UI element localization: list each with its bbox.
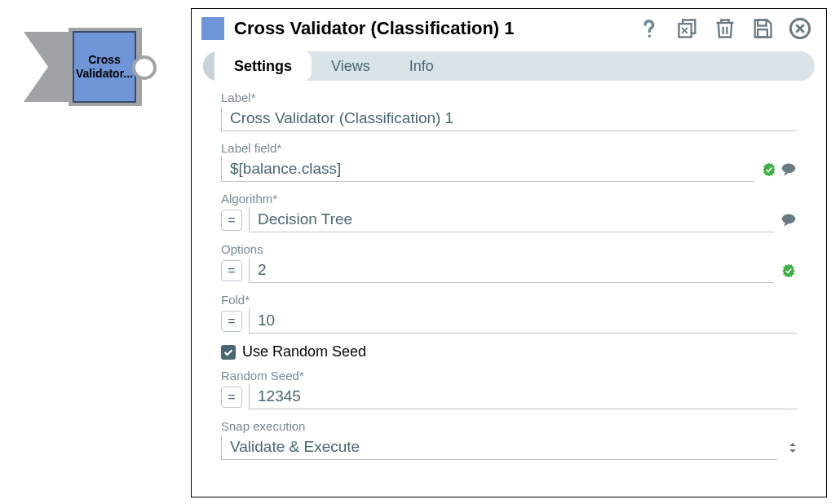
algorithm-input[interactable] (249, 207, 774, 232)
panel-header: Cross Validator (Classification) 1 (192, 9, 826, 48)
delete-icon[interactable] (714, 17, 736, 40)
panel-title: Cross Validator (Classification) 1 (234, 18, 629, 39)
field-label-field: Label field* (221, 141, 797, 182)
help-icon[interactable] (639, 17, 661, 40)
snap-execution-text: Snap execution (221, 419, 797, 433)
snap-node-label-box: Cross Validator... (73, 31, 136, 103)
select-stepper[interactable] (789, 441, 797, 454)
label-text: Label* (221, 91, 797, 104)
field-fold: Fold* = (221, 293, 797, 334)
snap-node-label: Cross Validator... (74, 53, 135, 81)
label-input[interactable] (221, 106, 797, 131)
expression-toggle[interactable]: = (221, 387, 242, 408)
field-snap-execution: Snap execution Validate & Execute (221, 419, 797, 460)
random-seed-text: Random Seed* (221, 369, 797, 382)
valid-icon (780, 263, 797, 279)
suggest-icon[interactable] (780, 161, 797, 178)
close-icon[interactable] (789, 17, 811, 40)
expression-toggle[interactable]: = (221, 260, 242, 281)
fold-input[interactable] (249, 308, 797, 334)
svg-rect-3 (758, 29, 767, 37)
fold-text: Fold* (221, 293, 797, 307)
use-random-seed-label: Use Random Seed (242, 343, 366, 360)
suggest-icon[interactable] (780, 212, 797, 228)
check-icon (223, 347, 234, 358)
svg-point-6 (782, 214, 796, 223)
field-random-seed: Random Seed* = (221, 369, 797, 409)
options-text: Options (221, 242, 797, 256)
algorithm-text: Algorithm* (221, 192, 797, 206)
svg-point-0 (648, 35, 652, 38)
snap-execution-select[interactable]: Validate & Execute (221, 435, 777, 460)
svg-point-5 (782, 163, 796, 173)
header-actions (639, 17, 811, 40)
settings-form: Label* Label field* (192, 81, 826, 480)
valid-icon (761, 161, 777, 178)
tab-settings[interactable]: Settings (214, 51, 312, 81)
expression-toggle[interactable]: = (221, 210, 242, 231)
copy-icon[interactable] (676, 17, 699, 40)
field-options: Options = (221, 242, 797, 283)
snap-node[interactable]: Cross Validator... (20, 28, 146, 106)
label-field-text: Label field* (221, 141, 797, 155)
options-input[interactable] (249, 258, 774, 283)
svg-rect-2 (758, 20, 767, 26)
panel-color-swatch (201, 17, 224, 40)
output-port[interactable] (132, 55, 157, 80)
label-field-input[interactable] (221, 157, 754, 182)
field-algorithm: Algorithm* = (221, 192, 797, 232)
field-use-random-seed: Use Random Seed (221, 343, 797, 360)
chevron-up-icon (789, 441, 797, 448)
save-icon[interactable] (751, 17, 774, 40)
tab-handle[interactable] (203, 51, 214, 81)
tab-views[interactable]: Views (312, 51, 390, 81)
field-label: Label* (221, 91, 797, 131)
expression-toggle[interactable]: = (221, 311, 242, 332)
use-random-seed-checkbox[interactable] (221, 345, 236, 360)
chevron-down-icon (789, 448, 797, 454)
canvas-area: Cross Validator... (10, 13, 181, 119)
tab-bar: Settings Views Info (203, 51, 815, 81)
tab-info[interactable]: Info (390, 51, 453, 81)
random-seed-input[interactable] (249, 384, 797, 409)
properties-panel: Cross Validator (Classification) 1 (191, 8, 827, 497)
